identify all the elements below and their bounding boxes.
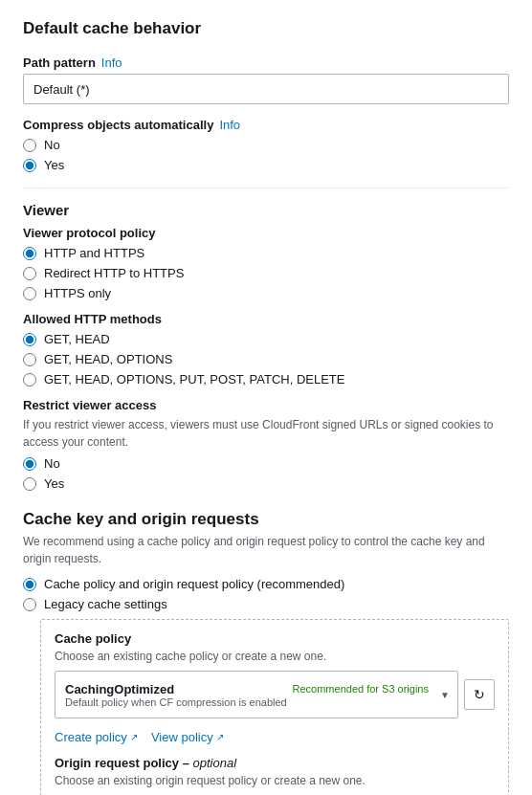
path-pattern-label: Path pattern Info — [23, 55, 509, 70]
origin-optional-text: optional — [193, 756, 237, 770]
cache-view-external-icon: ↗ — [216, 732, 224, 742]
compress-yes-option[interactable]: Yes — [23, 158, 509, 172]
protocol-policy-label: Viewer protocol policy — [23, 226, 509, 240]
cache-key-section: Cache key and origin requests We recomme… — [23, 510, 509, 795]
cache-policy-selected-name: CachingOptimized — [65, 682, 174, 696]
cache-key-heading: Cache key and origin requests — [23, 510, 509, 529]
allowed-methods-label: Allowed HTTP methods — [23, 312, 509, 326]
restrict-access-label: Restrict viewer access — [23, 398, 509, 412]
vpp-redirect-option[interactable]: Redirect HTTP to HTTPS — [23, 266, 509, 280]
path-pattern-section: Path pattern Info — [23, 55, 509, 104]
am-get-head-options-option[interactable]: GET, HEAD, OPTIONS — [23, 352, 509, 366]
cache-policy-select-row: CachingOptimized Recommended for S3 orig… — [55, 671, 495, 718]
allowed-methods-group: GET, HEAD GET, HEAD, OPTIONS GET, HEAD, … — [23, 332, 509, 386]
viewer-heading: Viewer — [23, 202, 509, 218]
compress-no-option[interactable]: No — [23, 138, 509, 152]
ck-legacy-option[interactable]: Legacy cache settings — [23, 597, 509, 611]
vpp-http-https-label: HTTP and HTTPS — [44, 246, 144, 260]
vpp-https-label: HTTPS only — [44, 286, 111, 300]
rva-yes-radio[interactable] — [23, 477, 36, 491]
vpp-https-option[interactable]: HTTPS only — [23, 286, 509, 300]
viewer-divider — [23, 188, 509, 188]
cache-policy-refresh-button[interactable]: ↻ — [464, 679, 495, 710]
protocol-policy-group: HTTP and HTTPS Redirect HTTP to HTTPS HT… — [23, 246, 509, 300]
am-all-option[interactable]: GET, HEAD, OPTIONS, PUT, POST, PATCH, DE… — [23, 372, 509, 386]
am-get-head-option[interactable]: GET, HEAD — [23, 332, 509, 346]
compress-label: Compress objects automatically Info — [23, 118, 509, 132]
cache-key-description: We recommend using a cache policy and or… — [23, 533, 509, 567]
ck-legacy-label: Legacy cache settings — [44, 597, 167, 611]
vpp-redirect-radio[interactable] — [23, 267, 36, 280]
compress-yes-radio[interactable] — [23, 159, 36, 172]
cache-policy-sub: Default policy when CF compression is en… — [55, 696, 457, 712]
ck-legacy-radio[interactable] — [23, 598, 36, 611]
path-pattern-input[interactable] — [23, 74, 509, 104]
compress-no-radio[interactable] — [23, 139, 36, 152]
rva-no-option[interactable]: No — [23, 456, 509, 471]
cache-policy-box: Cache policy Choose an existing cache po… — [40, 619, 509, 795]
vpp-https-radio[interactable] — [23, 287, 36, 300]
am-get-head-options-label: GET, HEAD, OPTIONS — [44, 352, 172, 366]
origin-policy-section: Origin request policy – optional Choose … — [55, 756, 495, 795]
page-title: Default cache behavior — [23, 19, 509, 38]
origin-policy-label: Origin request policy – optional — [55, 756, 495, 770]
ck-recommended-radio[interactable] — [23, 578, 36, 591]
am-get-head-radio[interactable] — [23, 333, 36, 346]
compress-yes-label: Yes — [44, 158, 64, 172]
restrict-access-description: If you restrict viewer access, viewers m… — [23, 416, 509, 451]
compress-radio-group: No Yes — [23, 138, 509, 172]
allowed-methods-section: Allowed HTTP methods GET, HEAD GET, HEAD… — [23, 312, 509, 386]
am-get-head-label: GET, HEAD — [44, 332, 110, 346]
cache-create-external-icon: ↗ — [130, 732, 138, 742]
cache-type-group: Cache policy and origin request policy (… — [23, 577, 509, 611]
cache-policy-links: Create policy ↗ View policy ↗ — [55, 724, 495, 744]
vpp-http-https-radio[interactable] — [23, 247, 36, 260]
ck-recommended-option[interactable]: Cache policy and origin request policy (… — [23, 577, 509, 591]
rva-yes-option[interactable]: Yes — [23, 476, 509, 491]
cache-policy-view-link[interactable]: View policy ↗ — [151, 730, 224, 744]
rva-yes-label: Yes — [44, 476, 64, 491]
cache-policy-badge: Recommended for S3 origins — [293, 683, 429, 695]
compress-no-label: No — [44, 138, 60, 152]
restrict-access-section: Restrict viewer access If you restrict v… — [23, 398, 509, 491]
cache-policy-label: Cache policy — [55, 631, 495, 646]
protocol-policy-section: Viewer protocol policy HTTP and HTTPS Re… — [23, 226, 509, 300]
vpp-http-https-option[interactable]: HTTP and HTTPS — [23, 246, 509, 260]
compress-section: Compress objects automatically Info No Y… — [23, 118, 509, 172]
cache-policy-select[interactable]: CachingOptimized Recommended for S3 orig… — [55, 671, 458, 718]
cache-policy-description: Choose an existing cache policy or creat… — [55, 650, 495, 663]
viewer-section: Viewer Viewer protocol policy HTTP and H… — [23, 202, 509, 491]
am-all-radio[interactable] — [23, 373, 36, 386]
rva-no-label: No — [44, 456, 60, 471]
rva-no-radio[interactable] — [23, 457, 36, 471]
page-container: Default cache behavior Path pattern Info… — [0, 0, 532, 795]
ck-recommended-label: Cache policy and origin request policy (… — [44, 577, 344, 591]
restrict-access-group: No Yes — [23, 456, 509, 491]
vpp-redirect-label: Redirect HTTP to HTTPS — [44, 266, 184, 280]
compress-info-link[interactable]: Info — [219, 118, 240, 132]
am-get-head-options-radio[interactable] — [23, 353, 36, 366]
cache-policy-refresh-icon: ↻ — [474, 687, 485, 702]
path-pattern-info-link[interactable]: Info — [101, 55, 122, 70]
am-all-label: GET, HEAD, OPTIONS, PUT, POST, PATCH, DE… — [44, 372, 344, 386]
cache-policy-create-link[interactable]: Create policy ↗ — [55, 730, 138, 744]
origin-policy-description: Choose an existing origin request policy… — [55, 774, 495, 787]
